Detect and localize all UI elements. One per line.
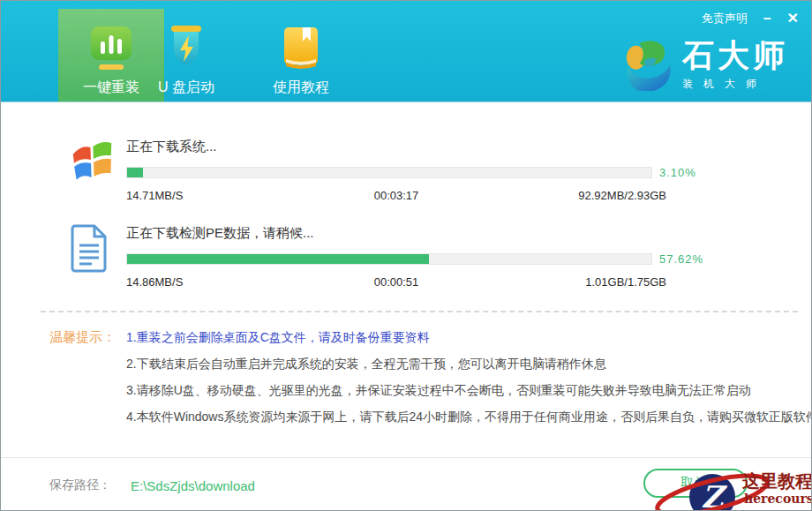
tab-label: 一键重装 <box>83 79 139 97</box>
download-size: 1.01GB/1.75GB <box>486 275 705 289</box>
disclaimer-link[interactable]: 免责声明 <box>702 11 748 26</box>
download-system-block: 正在下载系统... 3.10% 14.71MB/S 00:03:17 92.92… <box>67 136 705 202</box>
tab-tutorial[interactable]: 使用教程 <box>248 1 354 101</box>
brand: 石大师 装机大师 <box>624 38 788 94</box>
usb-shield-icon <box>165 24 207 71</box>
bar-chart-icon <box>88 24 134 71</box>
windows-logo-icon <box>67 136 117 202</box>
download-pe-block: 正在下载检测PE数据，请稍候... 57.62% 14.86MB/S 00:00… <box>67 222 705 289</box>
tab-label: 使用教程 <box>273 79 329 97</box>
titlebar-controls: 免责声明 – ✕ <box>702 10 799 27</box>
tip-item: 3.请移除U盘、移动硬盘、光驱里的光盘，并保证安装过程中不会断电，否则重装可能失… <box>126 377 812 403</box>
book-icon <box>280 24 322 71</box>
cancel-button[interactable]: 取消 <box>643 469 748 498</box>
download-speed: 14.86MB/S <box>126 275 306 289</box>
progress-fill <box>127 168 143 177</box>
download-time: 00:00:51 <box>306 275 486 289</box>
progress-fill <box>127 254 429 264</box>
save-path-label: 保存路径： <box>49 477 111 493</box>
app-window: 一键重装 U 盘启动 <box>0 0 812 511</box>
tips-label: 温馨提示： <box>49 324 126 430</box>
download-stats: 14.71MB/S 00:03:17 92.92MB/2.93GB <box>126 189 705 202</box>
progress-percent: 3.10% <box>659 166 705 179</box>
tab-label: U 盘启动 <box>158 79 214 97</box>
progress-percent: 57.62% <box>659 252 705 266</box>
tip-item: 2.下载结束后会自动重启并完成系统的安装，全程无需干预，您可以离开电脑请稍作休息 <box>126 350 812 377</box>
brand-subtitle: 装机大师 <box>682 77 788 92</box>
dashed-divider <box>41 311 798 312</box>
footer: 保存路径： E:\SdsZjds\download 取消 <box>1 457 811 511</box>
brand-logo-icon <box>624 38 673 94</box>
tips-section: 温馨提示： 1.重装之前会删除桌面及C盘文件，请及时备份重要资料 2.下载结束后… <box>49 324 793 430</box>
download-stats: 14.86MB/S 00:00:51 1.01GB/1.75GB <box>126 275 705 289</box>
download-size: 92.92MB/2.93GB <box>486 189 705 202</box>
download-speed: 14.71MB/S <box>126 189 306 202</box>
document-icon <box>67 222 117 289</box>
tab-usb-boot[interactable]: U 盘启动 <box>133 1 239 101</box>
tip-item: 1.重装之前会删除桌面及C盘文件，请及时备份重要资料 <box>126 324 812 350</box>
download-title: 正在下载系统... <box>126 138 705 155</box>
minimize-icon[interactable]: – <box>763 10 771 27</box>
header: 一键重装 U 盘启动 <box>1 1 811 102</box>
download-time: 00:03:17 <box>306 189 486 202</box>
download-title: 正在下载检测PE数据，请稍候... <box>126 224 705 242</box>
progress-bar <box>126 253 652 265</box>
brand-name: 石大师 <box>682 38 788 73</box>
tip-item: 4.本软件Windows系统资源均来源于网上，请下载后24小时删除，不得用于任何… <box>126 403 812 430</box>
save-path-value: E:\SdsZjds\download <box>131 478 255 493</box>
close-icon[interactable]: ✕ <box>787 10 799 27</box>
progress-bar <box>126 167 652 178</box>
